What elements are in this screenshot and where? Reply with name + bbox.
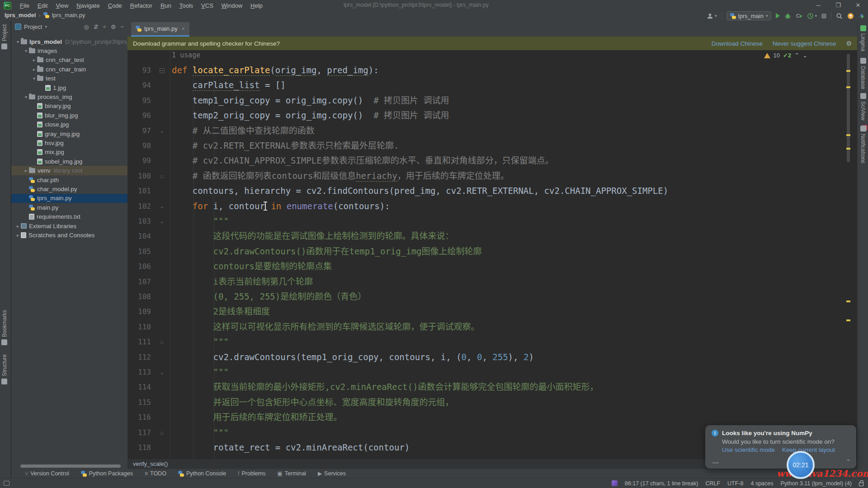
tab-close-icon[interactable]: ×: [182, 26, 185, 32]
tree-chevron-icon[interactable]: ▸: [15, 233, 21, 238]
menu-file[interactable]: File: [16, 1, 33, 10]
menu-help[interactable]: Help: [246, 1, 267, 10]
tree-item-char-model-py[interactable]: char_model.py: [11, 184, 127, 193]
maximize-button[interactable]: ❐: [828, 0, 848, 11]
chevron-down-icon[interactable]: ⌄: [846, 455, 851, 462]
stop-button[interactable]: [821, 14, 826, 19]
project-header-icon-2[interactable]: ÷: [103, 23, 106, 30]
debug-button[interactable]: [784, 13, 791, 19]
tree-item-close-jpg[interactable]: close.jpg: [11, 120, 127, 129]
tree-item-cnn-char-train[interactable]: ▸cnn_char_train: [11, 65, 127, 74]
code-line-115[interactable]: 并返回一个包含矩形中心点坐标、宽度高度和旋转角度的元组，: [172, 395, 454, 410]
toolwindow-python-console[interactable]: Python Console: [178, 470, 226, 477]
tree-item-images[interactable]: ▾images: [11, 46, 127, 55]
project-header-icon-4[interactable]: −: [120, 23, 124, 30]
tab-lprs-main[interactable]: lprs_main.py ×: [131, 22, 189, 37]
horizontal-scrollbar[interactable]: [20, 465, 121, 468]
tree-item-lprs-model[interactable]: ▾lprs_modelD:\python_pro\lpr3\lprs_: [11, 37, 127, 46]
tree-item-hsv-jpg[interactable]: hsv.jpg: [11, 138, 127, 147]
code-line-95[interactable]: temp1_orig_copy = orig_img.copy() # 拷贝图片…: [172, 93, 449, 108]
menu-edit[interactable]: Edit: [33, 1, 52, 10]
tree-item-cnn-char-test[interactable]: ▸cnn_char_test: [11, 56, 127, 65]
toolwindow-services[interactable]: ▶Services: [318, 470, 346, 477]
tree-item-1-jpg[interactable]: 1.jpg: [11, 83, 127, 92]
ai-assistant-icon[interactable]: [612, 480, 618, 486]
coverage-button[interactable]: C: [796, 13, 802, 19]
fold-marker-icon[interactable]: ⌂: [158, 334, 165, 349]
project-header-icon-1[interactable]: ⇵: [94, 23, 99, 30]
fold-marker-icon[interactable]: ⌂: [158, 425, 165, 440]
tree-item-external-libraries[interactable]: ▸External Libraries: [11, 221, 127, 230]
breadcrumb-project[interactable]: lprs_model: [5, 12, 36, 19]
tool-stripe-structure[interactable]: Structure: [1, 354, 8, 385]
tree-item-lprs-main-py[interactable]: lprs_main.py: [11, 194, 127, 203]
toolwindow-terminal[interactable]: ▣Terminal: [277, 470, 306, 477]
tree-item-venv[interactable]: ▸venvlibrary root: [11, 166, 127, 175]
layout-icon[interactable]: [4, 481, 9, 486]
menu-run[interactable]: Run: [156, 1, 175, 10]
close-button[interactable]: ✕: [848, 0, 868, 11]
code-line-108[interactable]: (0, 255, 255)是绘制的颜色（青色）: [172, 289, 366, 304]
code-line-99[interactable]: # cv2.CHAIN_APPROX_SIMPLE参数表示压缩轮廓的水平、垂直和…: [172, 153, 554, 168]
use-scientific-mode-link[interactable]: Use scientific mode: [722, 446, 775, 453]
tree-chevron-icon[interactable]: ▸: [23, 168, 29, 173]
toolwindow-version-control[interactable]: ⑂Version Control: [25, 470, 69, 477]
tree-item-scratches-and-consoles[interactable]: ▸Scratches and Consoles: [11, 230, 127, 239]
tool-stripe-bookmarks[interactable]: Bookmarks: [1, 310, 8, 345]
project-panel-header[interactable]: Project ▾ ◎⇵÷⚙−: [11, 21, 127, 33]
code-line-105[interactable]: cv2.drawContours()函数用于在temp1_orig_img图像上…: [172, 244, 482, 259]
fold-marker-icon[interactable]: ⌂: [158, 169, 165, 183]
code-line-98[interactable]: # cv2.RETR_EXTERNAL参数表示只检索最外层轮廓.: [172, 138, 399, 153]
menu-code[interactable]: Code: [104, 1, 126, 10]
code-line-110[interactable]: 这样可以可视化显示所有检测到的车牌候选区域轮廓，便于调试观察。: [172, 319, 480, 334]
fold-marker-icon[interactable]: ⌄: [158, 123, 165, 138]
toolwindow-todo[interactable]: ≡TODO: [145, 470, 166, 477]
tool-stripe-sciview[interactable]: SciView: [860, 93, 866, 120]
lock-icon[interactable]: [859, 483, 863, 486]
menu-window[interactable]: Window: [217, 1, 246, 10]
code-line-113[interactable]: """: [172, 365, 229, 380]
tree-item-blur-img-jpg[interactable]: blur_img.jpg: [11, 111, 127, 120]
fold-marker-icon[interactable]: −: [158, 63, 165, 78]
usage-hint[interactable]: 1 usage: [172, 51, 200, 59]
tree-item-mix-jpg[interactable]: mix.jpg: [11, 148, 127, 157]
project-header-icon-3[interactable]: ⚙: [111, 23, 116, 30]
tree-chevron-icon[interactable]: ▸: [15, 224, 21, 229]
prev-issue-button[interactable]: ⌃: [794, 52, 799, 59]
menu-refactor[interactable]: Refactor: [126, 1, 156, 10]
run-config-selector[interactable]: lprs_main ▾: [726, 11, 772, 20]
tree-item-test[interactable]: ▾test: [11, 74, 127, 83]
lingma-plugin-icon[interactable]: [859, 13, 865, 19]
line-ending[interactable]: CRLF: [705, 480, 720, 487]
fold-marker-icon[interactable]: ⌄: [158, 214, 165, 229]
tool-stripe-database[interactable]: Database: [860, 58, 866, 89]
code-line-97[interactable]: # 从二值图像中查找轮廓的函数: [172, 123, 315, 138]
tree-item-sobel-img-jpg[interactable]: sobel_img.jpg: [11, 157, 127, 166]
menu-vcs[interactable]: VCS: [197, 1, 217, 10]
profiler-button[interactable]: ▾: [807, 13, 817, 19]
fold-marker-icon[interactable]: ⌄: [158, 199, 165, 214]
tree-item-gray-img-jpg[interactable]: gray_img.jpg: [11, 129, 127, 138]
menu-tools[interactable]: Tools: [175, 1, 197, 10]
code-line-96[interactable]: temp2_orig_copy = orig_img.copy() # 拷贝图片…: [172, 108, 449, 123]
search-everywhere-button[interactable]: [836, 13, 843, 19]
code-line-117[interactable]: """: [172, 425, 229, 440]
editor-scrollbar[interactable]: [846, 52, 851, 457]
tool-stripe-lingma[interactable]: Lingma: [860, 25, 866, 51]
project-header-icon-0[interactable]: ◎: [84, 23, 89, 30]
code-editor[interactable]: 1 usage 93−def locate_carPlate(orig_img,…: [127, 50, 857, 459]
run-button[interactable]: [776, 13, 780, 19]
tree-chevron-icon[interactable]: ▸: [31, 67, 37, 72]
interpreter[interactable]: Python 3.11 (lprs_model) (4): [781, 480, 852, 487]
breadcrumb[interactable]: lprs_model › lprs_main.py: [5, 12, 85, 19]
tree-item-main-py[interactable]: main.py: [11, 203, 127, 212]
code-line-102[interactable]: for i, contour in enumerate(contours):: [172, 199, 390, 214]
code-line-93[interactable]: def locate_carPlate(orig_img, pred_img):: [172, 63, 379, 78]
tool-stripe-notifications[interactable]: Notifications: [860, 126, 866, 163]
gear-icon[interactable]: ⚙: [846, 40, 852, 47]
keep-current-layout-link[interactable]: Keep current layout: [782, 446, 835, 453]
tree-chevron-icon[interactable]: ▾: [15, 39, 21, 44]
indent-setting[interactable]: 4 spaces: [750, 480, 773, 487]
menu-view[interactable]: View: [52, 1, 72, 10]
code-line-104[interactable]: 这段代码的功能是在调试图像上绘制检测到的轮廓。具体来说：: [172, 229, 454, 244]
